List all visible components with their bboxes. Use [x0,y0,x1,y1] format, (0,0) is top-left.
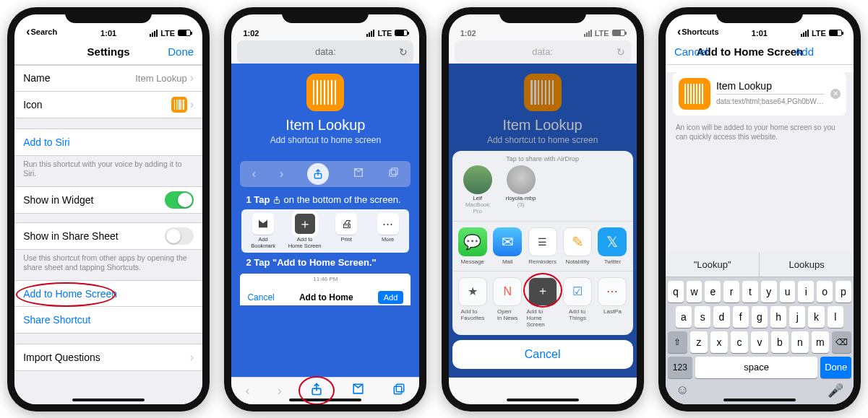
sharesheet-switch[interactable] [165,227,194,245]
key-v[interactable]: v [751,331,768,353]
share-reminders[interactable]: ☰Reminders [526,227,558,265]
share-sheet: Tap to share with AirDrop LeifMacBook Pr… [452,151,633,368]
action-add-home[interactable]: ＋Add to Home Screen [526,277,558,328]
cancel-button[interactable]: Cancel [452,340,633,369]
bookmarks-icon [353,167,364,181]
key-y[interactable]: y [761,281,777,302]
row-name[interactable]: Name Item Lookup › [14,66,202,92]
home-indicator[interactable] [289,399,361,401]
key-d[interactable]: d [713,306,729,328]
import-questions-button[interactable]: Import Questions › [14,344,202,370]
key-j[interactable]: j [789,306,805,328]
actions-illustration: Add Bookmark ＋Add to Home Screen 🖨Print … [241,209,409,253]
key-p[interactable]: p [835,281,851,302]
suggestion-1[interactable]: "Lookup" [666,253,760,277]
status-time: 1:02 [460,29,476,38]
key-n[interactable]: n [791,331,809,353]
panel-title: Item Lookup [231,117,419,134]
address-bar[interactable]: data: ↻ [237,40,413,64]
action-row: ★Add to Favorites NOpen in News ＋Add to … [452,271,633,335]
phone-1-settings: ‹Search 1:01 LTE Settings Done Name Item… [7,7,210,412]
chevron-right-icon: › [190,98,194,111]
signal-bars-icon [366,30,374,37]
cancel-button[interactable]: Cancel [674,45,708,58]
share-icon [307,163,329,185]
tabs-icon [388,167,399,180]
clear-icon[interactable]: ✕ [830,89,841,99]
key-h[interactable]: h [770,306,786,328]
key-z[interactable]: z [690,331,708,353]
add-button[interactable]: Add [794,45,814,58]
share-shortcut-button[interactable]: Share Shortcut [14,307,202,333]
widget-switch[interactable] [165,191,194,209]
key-m[interactable]: m [812,331,829,353]
key-backspace[interactable]: ⌫ [832,331,851,353]
key-i[interactable]: i [798,281,814,302]
key-u[interactable]: u [780,281,796,302]
toolbar-illustration: ‹ › [240,161,411,187]
action-favorites[interactable]: ★Add to Favorites [457,277,489,328]
battery-icon [612,30,625,36]
key-b[interactable]: b [771,331,788,353]
forward-icon[interactable]: › [278,383,282,399]
share-notability[interactable]: ✎Notability [562,227,593,265]
key-done[interactable]: Done [820,357,851,378]
back-caret-icon[interactable]: ‹ [26,26,30,38]
battery-icon [178,30,191,36]
share-mail[interactable]: ✉︎Mail [491,227,523,265]
key-l[interactable]: l [828,306,843,328]
key-space[interactable]: space [695,357,818,378]
name-field[interactable] [716,78,825,94]
barcode-icon [313,80,338,105]
share-icon[interactable] [309,382,324,400]
home-indicator[interactable] [507,399,579,401]
home-indicator[interactable] [723,399,796,401]
key-k[interactable]: k [808,306,824,328]
back-icon[interactable]: ‹ [245,383,249,399]
svg-rect-6 [396,384,404,392]
back-caret-icon[interactable]: ‹ [677,26,681,38]
forward-icon: › [280,167,283,180]
tabs-icon[interactable] [392,383,405,399]
bookmarks-icon[interactable] [351,382,365,399]
key-a[interactable]: a [676,306,692,328]
home-indicator[interactable] [72,399,145,401]
row-share-sheet[interactable]: Show in Share Sheet [14,223,202,249]
key-s[interactable]: s [695,306,710,328]
key-r[interactable]: r [723,281,739,302]
action-news[interactable]: NOpen in News [491,277,523,328]
add-to-siri-button[interactable]: Add to Siri [14,129,202,155]
share-twitter[interactable]: 𝕏Twitter [596,227,628,265]
svg-rect-1 [390,170,396,176]
suggestion-2[interactable]: Lookups [760,253,854,277]
key-t[interactable]: t [742,281,758,302]
key-o[interactable]: o [817,281,833,302]
emoji-icon[interactable]: ☺ [676,383,689,399]
address-bar: data:↻ [455,40,631,64]
signal-bars-icon [584,30,592,37]
reload-icon[interactable]: ↻ [399,46,408,58]
done-button[interactable]: Done [168,45,194,58]
row-show-widget[interactable]: Show in Widget [14,187,202,213]
key-q[interactable]: q [668,281,684,302]
key-g[interactable]: g [752,306,768,328]
key-w[interactable]: w [687,281,702,302]
action-lastpass[interactable]: ⋯LastPa [596,277,628,328]
back-label[interactable]: Search [30,27,57,36]
mic-icon[interactable]: 🎤 [828,383,843,399]
key-e[interactable]: e [705,281,721,302]
back-label[interactable]: Shortcuts [682,27,718,36]
action-things[interactable]: ☑︎Add to Things [562,277,593,328]
key-shift[interactable]: ⇧ [668,331,687,353]
share-messages[interactable]: 💬Message [457,227,489,265]
key-f[interactable]: f [733,306,749,328]
airdrop-contact-2[interactable]: rloyola-mbp(3) [504,165,538,214]
key-123[interactable]: 123 [668,357,692,378]
key-c[interactable]: c [731,331,748,353]
key-x[interactable]: x [710,331,728,353]
phone-3-share-sheet: 1:02 LTE data:↻ Item Lookup Add shortcut… [442,7,644,412]
row-icon[interactable]: Icon › [14,92,202,118]
add-to-home-screen-button[interactable]: Add to Home Screen [14,281,202,307]
airdrop-contact-1[interactable]: LeifMacBook Pro [461,165,494,214]
mini-add-dialog: 11:46 PM CancelAdd to HomeAdd [240,274,411,305]
